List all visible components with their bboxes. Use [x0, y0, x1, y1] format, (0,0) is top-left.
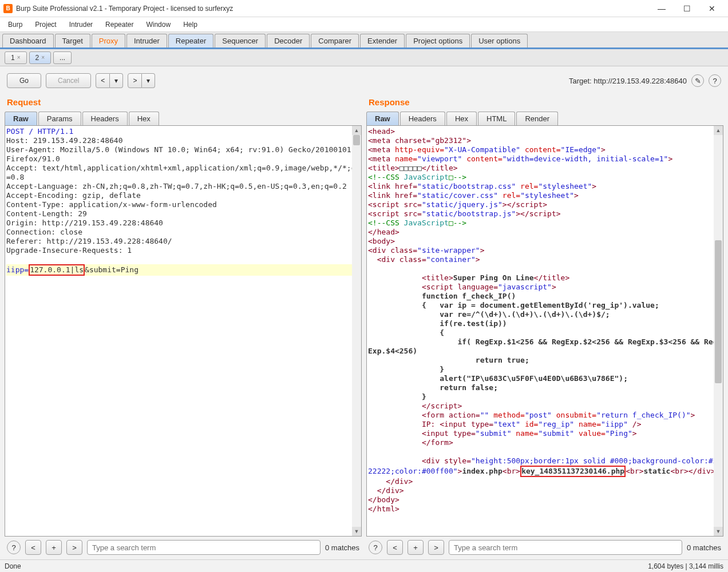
- scrollbar-vertical[interactable]: ▲ ▼: [714, 126, 723, 536]
- match-count: 0 matches: [325, 543, 359, 552]
- response-tab-headers[interactable]: Headers: [400, 112, 445, 125]
- request-body-highlight: 127.0.0.1|ls: [29, 264, 85, 276]
- titlebar: B Burp Suite Professional v2.1 - Tempora…: [0, 0, 728, 17]
- history-forward-dropdown[interactable]: ▾: [142, 73, 155, 88]
- response-title: Response: [366, 95, 723, 112]
- scrollbar-vertical[interactable]: ▲ ▼: [352, 126, 361, 536]
- tab-target[interactable]: Target: [55, 34, 90, 47]
- cancel-button[interactable]: Cancel: [46, 73, 91, 88]
- request-tab-raw[interactable]: Raw: [5, 112, 37, 125]
- search-help-icon[interactable]: ?: [369, 541, 382, 554]
- search-help-icon[interactable]: ?: [7, 541, 21, 554]
- tab-intruder[interactable]: Intruder: [126, 34, 167, 47]
- response-editor[interactable]: <head> <meta charset="gb2312"> <meta htt…: [367, 126, 723, 536]
- subtab-1[interactable]: 1×: [5, 51, 27, 64]
- response-search-bar: ? < + > 0 matches: [366, 537, 723, 558]
- search-input[interactable]: [87, 540, 321, 555]
- status-text: Done: [5, 562, 21, 570]
- request-editor[interactable]: POST / HTTP/1.1 Host: 219.153.49.228:486…: [5, 126, 361, 536]
- response-pane: Response Raw Headers Hex HTML Render <he…: [366, 95, 723, 558]
- search-add-button[interactable]: +: [407, 540, 424, 555]
- response-tab-render[interactable]: Render: [516, 112, 558, 125]
- scroll-up-icon[interactable]: ▲: [714, 126, 723, 135]
- tab-project-options[interactable]: Project options: [406, 34, 470, 47]
- scroll-down-icon[interactable]: ▼: [352, 527, 361, 536]
- tab-proxy[interactable]: Proxy: [92, 34, 125, 47]
- close-icon[interactable]: ×: [41, 54, 45, 61]
- menu-intruder[interactable]: Intruder: [64, 19, 98, 30]
- tab-decoder[interactable]: Decoder: [267, 34, 310, 47]
- close-icon[interactable]: ×: [17, 54, 21, 61]
- scroll-down-icon[interactable]: ▼: [714, 527, 723, 536]
- tab-comparer[interactable]: Comparer: [311, 34, 359, 47]
- subtab-2[interactable]: 2×: [29, 51, 52, 64]
- target-label: Target: http://219.153.49.228:48640: [569, 77, 687, 85]
- help-icon[interactable]: ?: [709, 74, 721, 87]
- response-key-highlight: key_148351137230146.php: [520, 466, 626, 477]
- search-input[interactable]: [449, 540, 682, 555]
- request-title: Request: [5, 95, 362, 112]
- edit-target-icon[interactable]: ✎: [691, 74, 704, 87]
- request-tab-params[interactable]: Params: [38, 112, 81, 125]
- request-search-bar: ? < + > 0 matches: [5, 537, 362, 558]
- tab-sequencer[interactable]: Sequencer: [215, 34, 266, 47]
- tab-repeater[interactable]: Repeater: [168, 34, 213, 47]
- search-add-button[interactable]: +: [46, 540, 62, 555]
- search-next-button[interactable]: >: [428, 540, 444, 555]
- response-tab-raw[interactable]: Raw: [366, 112, 399, 125]
- scroll-up-icon[interactable]: ▲: [352, 126, 361, 135]
- status-bar: Done 1,604 bytes | 3,144 millis: [0, 559, 728, 572]
- go-button[interactable]: Go: [7, 73, 41, 88]
- tab-dashboard[interactable]: Dashboard: [2, 34, 54, 47]
- menu-help[interactable]: Help: [177, 19, 203, 30]
- response-tab-html[interactable]: HTML: [478, 112, 515, 125]
- menu-burp[interactable]: Burp: [2, 19, 28, 30]
- app-icon: B: [3, 4, 13, 13]
- search-next-button[interactable]: >: [66, 540, 82, 555]
- window-minimize-button[interactable]: —: [649, 1, 674, 17]
- tab-extender[interactable]: Extender: [360, 34, 405, 47]
- subtab-more[interactable]: ...: [53, 51, 72, 64]
- scroll-thumb[interactable]: [715, 240, 722, 383]
- window-close-button[interactable]: ✕: [699, 1, 725, 17]
- request-pane: Request Raw Params Headers Hex POST / HT…: [5, 95, 362, 558]
- status-stats: 1,604 bytes | 3,144 millis: [648, 562, 723, 570]
- match-count: 0 matches: [687, 543, 721, 552]
- scroll-thumb[interactable]: [353, 135, 360, 145]
- tab-user-options[interactable]: User options: [471, 34, 528, 47]
- request-tab-hex[interactable]: Hex: [129, 112, 159, 125]
- menu-repeater[interactable]: Repeater: [100, 19, 139, 30]
- menu-window[interactable]: Window: [140, 19, 176, 30]
- search-prev-button[interactable]: <: [25, 540, 41, 555]
- history-back-dropdown[interactable]: ▾: [110, 73, 123, 88]
- search-prev-button[interactable]: <: [387, 540, 403, 555]
- menu-project[interactable]: Project: [29, 19, 62, 30]
- response-tab-hex[interactable]: Hex: [446, 112, 477, 125]
- module-tabs: Dashboard Target Proxy Intruder Repeater…: [0, 32, 728, 49]
- history-forward-button[interactable]: >: [128, 73, 142, 88]
- menubar: Burp Project Intruder Repeater Window He…: [0, 17, 728, 32]
- action-bar: Go Cancel < ▾ > ▾ Target: http://219.153…: [0, 66, 728, 95]
- window-title: Burp Suite Professional v2.1 - Temporary…: [16, 5, 233, 13]
- history-back-button[interactable]: <: [96, 73, 110, 88]
- request-tab-headers[interactable]: Headers: [82, 112, 128, 125]
- window-maximize-button[interactable]: ☐: [674, 1, 699, 17]
- repeater-sub-tabs: 1× 2× ...: [0, 49, 728, 66]
